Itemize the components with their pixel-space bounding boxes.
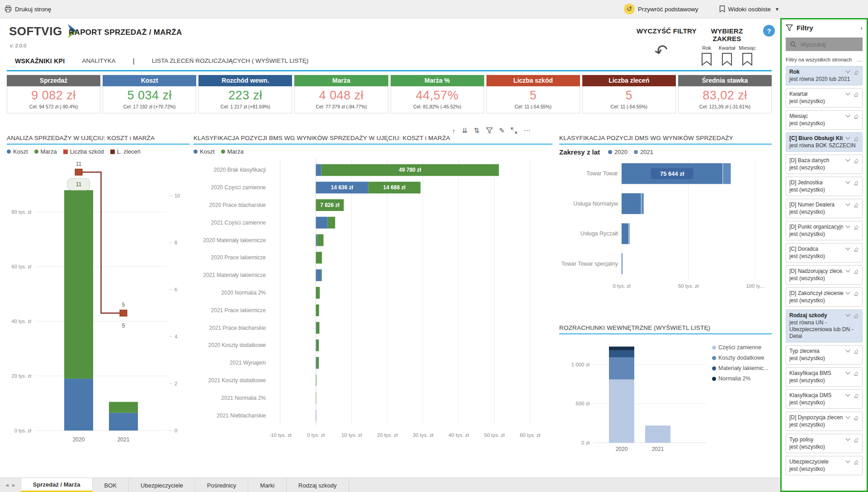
bar-marza[interactable] xyxy=(321,269,322,281)
drill-up-icon[interactable]: ↑ xyxy=(452,127,456,135)
filter-card--d-numer-dealera[interactable]: [D] Numer Dealerajest (wszystko) xyxy=(786,199,863,218)
chevron-down-icon[interactable] xyxy=(845,113,851,119)
bar-2021[interactable] xyxy=(723,163,731,184)
bar-koszt[interactable] xyxy=(316,410,316,422)
filter-card-typ-zlecenia[interactable]: Typ zleceniajest (wszystko) xyxy=(786,345,863,365)
filter-card-ubezpieczyciele[interactable]: Ubezpieczycielejest (wszystko) xyxy=(786,456,863,475)
eraser-icon[interactable] xyxy=(853,246,859,252)
bar-koszt[interactable] xyxy=(316,164,321,176)
eraser-icon[interactable] xyxy=(853,459,859,465)
bar-koszt[interactable] xyxy=(316,234,317,246)
bar-2021[interactable] xyxy=(642,193,644,214)
bar-marza[interactable] xyxy=(316,322,320,334)
legend-item-1[interactable]: Części zamienne xyxy=(712,344,768,351)
page-tab-rodzaj-szkody[interactable]: Rodzaj szkody xyxy=(287,478,349,492)
bar-marza[interactable] xyxy=(316,375,316,386)
legend-item-2021[interactable]: 2021 xyxy=(634,149,653,155)
bar-koszt-2020[interactable] xyxy=(64,379,93,431)
bar-koszt[interactable] xyxy=(316,217,328,229)
legend-item-2020[interactable]: 2020 xyxy=(608,149,627,155)
legend-item-l-zlece-[interactable]: L. zleceń xyxy=(110,148,141,155)
eraser-icon[interactable] xyxy=(853,201,859,208)
eraser-icon[interactable] xyxy=(853,268,859,274)
chart-rozrachunki-title[interactable]: ROZRACHUNKI WEWNĘTRZNE (WYŚWIETL LISTĘ) xyxy=(559,324,772,334)
filter-card-miesiąc[interactable]: Miesiącjest (wszystko) xyxy=(786,110,863,130)
undo-icon[interactable]: ↶ xyxy=(652,40,670,62)
bar-koszt-2021[interactable] xyxy=(109,413,138,431)
eraser-icon[interactable] xyxy=(853,135,859,141)
help-button[interactable]: ? xyxy=(763,25,775,37)
bar-2020[interactable] xyxy=(622,193,641,214)
bar-marza[interactable] xyxy=(317,234,323,246)
eraser-icon[interactable] xyxy=(853,69,859,75)
print-page-button[interactable]: Drukuj stronę xyxy=(0,5,56,13)
eraser-icon[interactable] xyxy=(853,290,859,296)
filter-card-rodzaj-szkody[interactable]: Rodzaj szkodyjest równa UN - Ubezpieczen… xyxy=(786,309,863,342)
eraser-icon[interactable] xyxy=(853,91,859,97)
chevron-down-icon[interactable] xyxy=(845,91,851,97)
legend-item-4[interactable]: Normalia 2% xyxy=(712,375,768,382)
eraser-icon[interactable] xyxy=(853,414,859,421)
clear-filters-button[interactable]: WYCZYŚĆ FILTRY xyxy=(637,27,697,35)
line-marker[interactable] xyxy=(75,169,82,175)
stack-segment-2020[interactable] xyxy=(609,347,634,351)
chevron-down-icon[interactable] xyxy=(845,136,851,141)
bar-marza[interactable] xyxy=(316,339,319,351)
page-tab-marki[interactable]: Marki xyxy=(248,478,287,492)
bar-koszt[interactable] xyxy=(316,339,316,351)
legend-item-mar-a[interactable]: Marża xyxy=(221,148,244,155)
eraser-icon[interactable] xyxy=(853,224,859,230)
eraser-icon[interactable] xyxy=(853,312,859,319)
filter-card--d-punkt-organizacyjny[interactable]: [D] Punkt organizacyjnyjest (wszystko) xyxy=(786,221,863,240)
filters-search-box[interactable] xyxy=(786,37,863,51)
range-option-rok[interactable]: Rok xyxy=(698,45,716,67)
eraser-icon[interactable] xyxy=(853,157,859,164)
filter-card--d-jednostka[interactable]: [D] Jednostkajest (wszystko) xyxy=(786,177,863,196)
bar-2020[interactable] xyxy=(622,223,628,244)
chevron-down-icon[interactable] xyxy=(845,415,851,420)
bar-koszt[interactable] xyxy=(316,357,317,369)
eraser-icon[interactable] xyxy=(853,392,859,398)
bar-marza-2021[interactable] xyxy=(109,402,138,413)
bar-2021[interactable] xyxy=(629,223,630,244)
bar-koszt[interactable] xyxy=(316,322,316,334)
chevron-down-icon[interactable] xyxy=(845,69,851,75)
page-tab-pośrednicy[interactable]: Pośrednicy xyxy=(195,478,248,492)
line-marker[interactable] xyxy=(120,310,127,316)
more-options-icon[interactable]: ⋯ xyxy=(524,127,530,135)
chevron-down-icon[interactable] xyxy=(845,313,851,318)
legend-item-3[interactable]: Materiały lakiernic... xyxy=(712,365,768,371)
more-options-icon[interactable]: ... xyxy=(857,57,863,62)
personal-views-button[interactable]: Widoki osobiste ▼ xyxy=(715,5,784,13)
analyze-icon[interactable]: ✎ xyxy=(499,127,505,135)
range-option-kwartał[interactable]: Kwartał xyxy=(718,45,736,67)
filter-card-rok[interactable]: Rokjest równa 2020 lub 2021 xyxy=(786,66,863,85)
prev-page-icon[interactable]: ◀ xyxy=(5,483,9,487)
chevron-down-icon[interactable] xyxy=(845,437,851,442)
legend-item-liczba-szk-d[interactable]: Liczba szkód xyxy=(63,148,104,155)
filter-card--d-zakończył-zlecenie[interactable]: [D] Zakończył zleceniejest (wszystko) xyxy=(786,287,863,307)
chevron-down-icon[interactable] xyxy=(845,291,851,296)
eraser-icon[interactable] xyxy=(853,348,859,354)
chevron-down-icon[interactable] xyxy=(845,202,851,207)
filter-card--d-nadzorujący-zlece-[interactable]: [D] Nadzorujący zlece...jest (wszystko) xyxy=(786,265,863,285)
legend-item-mar-a[interactable]: Marża xyxy=(34,148,57,155)
eraser-icon[interactable] xyxy=(853,113,859,119)
chevron-down-icon[interactable] xyxy=(845,393,851,398)
eraser-icon[interactable] xyxy=(853,436,859,443)
filters-search-input[interactable] xyxy=(800,41,856,48)
chevron-down-icon[interactable] xyxy=(845,348,851,354)
focus-mode-icon[interactable] xyxy=(511,127,517,134)
filter-card--d-dyspozycja-zlecenia[interactable]: [D] Dyspozycja zleceniajest (wszystko) xyxy=(786,412,863,431)
chevron-down-icon[interactable] xyxy=(845,246,851,252)
eraser-icon[interactable] xyxy=(853,370,859,376)
filter-card--c-doradca[interactable]: [C] Doradcajest (wszystko) xyxy=(786,243,863,262)
chevron-down-icon[interactable] xyxy=(845,459,851,464)
eraser-icon[interactable] xyxy=(853,179,859,186)
legend-item-koszt[interactable]: Koszt xyxy=(7,148,28,155)
filter-card-klasyfikacja-bms[interactable]: Klasyfikacja BMSjest (wszystko) xyxy=(786,367,863,387)
stack-segment-2020[interactable] xyxy=(609,351,634,358)
bar-koszt[interactable] xyxy=(316,269,321,281)
next-page-icon[interactable]: ▶ xyxy=(12,483,15,487)
tab-lista-zlecen[interactable]: LISTA ZLECEŃ ROZLICZAJĄCYCH ( WYŚWIETL L… xyxy=(152,57,309,64)
